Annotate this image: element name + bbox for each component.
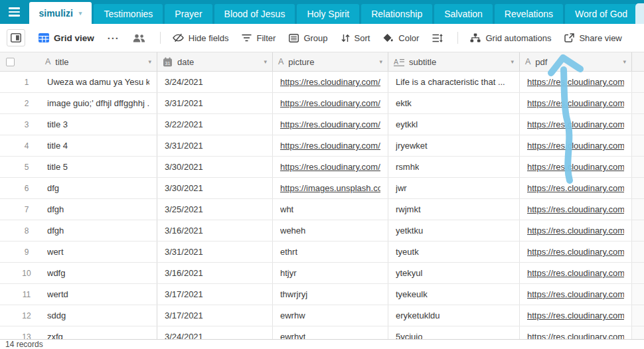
hide-fields-button[interactable]: Hide fields	[167, 31, 234, 46]
grid-automations-button[interactable]: Grid automations	[465, 31, 556, 46]
cell-pdf-text[interactable]: https://res.cloudinary.com/...	[527, 289, 624, 299]
cell-picture[interactable]: https://res.cloudinary.com/...	[273, 157, 388, 177]
cell-pdf-text[interactable]: https://res.cloudinary.com/...	[527, 98, 624, 108]
cell-title[interactable]: Uweza wa damu ya Yesu ka...	[40, 72, 157, 92]
cell-subtitle[interactable]: eytkkl	[388, 114, 520, 135]
cell-pdf[interactable]: https://res.cloudinary.com/...	[520, 157, 632, 177]
cell-picture[interactable]: ewrhyt	[273, 326, 388, 339]
select-all-checkbox[interactable]	[6, 58, 15, 66]
cell-picture-text[interactable]: https://res.cloudinary.com/...	[280, 141, 380, 151]
cell-subtitle[interactable]: tyeutk	[388, 242, 520, 262]
cell-subtitle[interactable]: jryewket	[388, 135, 520, 156]
cell-picture-text[interactable]: ethrt	[280, 247, 297, 257]
cell-picture[interactable]: https://res.cloudinary.com/...	[273, 114, 388, 135]
view-options-button[interactable]: ···	[102, 30, 125, 46]
table-tab[interactable]: simulizi ▾	[29, 2, 92, 24]
cell-pdf-text[interactable]: https://res.cloudinary.com/...	[527, 141, 624, 151]
view-sidebar-toggle-button[interactable]	[7, 29, 25, 46]
column-header-title[interactable]: A title ▾	[40, 52, 157, 71]
table-row[interactable]: 12 sddg 3/17/2021 ewrhw eryketukldu http…	[0, 305, 644, 326]
cell-title[interactable]: title 4	[40, 135, 157, 156]
cell-title[interactable]: wdfg	[40, 263, 157, 283]
cell-picture[interactable]: wht	[273, 199, 388, 220]
cell-title[interactable]: zxfg	[40, 326, 157, 339]
cell-picture[interactable]: htjyr	[273, 263, 388, 283]
table-row[interactable]: 13 zxfg 3/24/2021 ewrhyt 5yciuio https:/…	[0, 326, 644, 339]
column-header-date[interactable]: 31 date ▾	[157, 52, 273, 71]
cell-pdf-text[interactable]: https://res.cloudinary.com/...	[527, 119, 624, 129]
share-view-button[interactable]: Share view	[559, 31, 627, 46]
table-tab[interactable]: Blood of Jesus ▾	[214, 4, 295, 24]
cell-picture-text[interactable]: ewrhw	[280, 311, 305, 320]
table-row[interactable]: 11 wertd 3/17/2021 thwrjryj tyekeulk htt…	[0, 284, 644, 305]
cell-pdf-text[interactable]: https://res.cloudinary.com/...	[527, 268, 624, 278]
cell-pdf[interactable]: https://res.cloudinary.com/...	[520, 263, 632, 283]
table-row[interactable]: 7 dfgh 3/25/2021 wht rwjmkt https://res.…	[0, 199, 644, 220]
cell-subtitle[interactable]: rsmhk	[388, 157, 520, 177]
tab-bar-right-nub[interactable]	[635, 3, 644, 24]
view-name-button[interactable]: Grid view	[33, 31, 100, 46]
cell-pdf-text[interactable]: https://res.cloudinary.com/...	[527, 162, 624, 172]
cell-title[interactable]: dfgh	[40, 220, 157, 241]
cell-pdf-text[interactable]: https://res.cloudinary.com/...	[527, 77, 624, 87]
cell-picture-text[interactable]: thwrjryj	[280, 289, 307, 299]
cell-title[interactable]: dfgh	[40, 199, 157, 220]
cell-picture[interactable]: https://images.unsplash.co...	[273, 178, 388, 198]
table-row[interactable]: 9 wert 3/31/2021 ethrt tyeutk https://re…	[0, 242, 644, 263]
cell-title[interactable]: sddg	[40, 305, 157, 326]
cell-date[interactable]: 3/31/2021	[157, 135, 273, 156]
caret-down-icon[interactable]: ▾	[623, 58, 626, 65]
cell-picture-text[interactable]: weheh	[280, 226, 305, 236]
cell-subtitle[interactable]: ytekyul	[388, 263, 520, 283]
table-row[interactable]: 5 title 5 3/30/2021 https://res.cloudina…	[0, 157, 644, 178]
table-tab[interactable]: Relationship ▾	[361, 4, 432, 24]
table-tab[interactable]: Revelations ▾	[495, 4, 563, 24]
cell-date[interactable]: 3/24/2021	[157, 326, 273, 339]
cell-subtitle[interactable]: Life is a characteristic that ...	[388, 72, 520, 92]
cell-title[interactable]: image guio;' dfhjl dffgghhj ...	[40, 93, 157, 113]
cell-date[interactable]: 3/31/2021	[157, 242, 273, 262]
cell-pdf-text[interactable]: https://res.cloudinary.com/...	[527, 204, 624, 214]
caret-down-icon[interactable]: ▾	[79, 10, 82, 17]
table-row[interactable]: 10 wdfg 3/16/2021 htjyr ytekyul https://…	[0, 263, 644, 284]
cell-pdf-text[interactable]: https://res.cloudinary.com/...	[527, 311, 624, 320]
cell-picture[interactable]: thwrjryj	[273, 284, 388, 305]
cell-date[interactable]: 3/17/2021	[157, 305, 273, 326]
table-row[interactable]: 6 dfg 3/30/2021 https://images.unsplash.…	[0, 178, 644, 199]
cell-picture[interactable]: https://res.cloudinary.com/...	[273, 72, 388, 92]
cell-date[interactable]: 3/16/2021	[157, 263, 273, 283]
color-button[interactable]: Color	[378, 31, 424, 46]
cell-date[interactable]: 3/31/2021	[157, 93, 273, 113]
cell-date[interactable]: 3/17/2021	[157, 284, 273, 305]
table-row[interactable]: 2 image guio;' dfhjl dffgghhj ... 3/31/2…	[0, 93, 644, 114]
cell-date[interactable]: 3/25/2021	[157, 199, 273, 220]
column-header-pdf[interactable]: A pdf ▾	[520, 52, 632, 71]
cell-picture[interactable]: https://res.cloudinary.com/...	[273, 93, 388, 113]
cell-title[interactable]: wertd	[40, 284, 157, 305]
cell-pdf-text[interactable]: https://res.cloudinary.com/...	[527, 183, 624, 193]
cell-picture-text[interactable]: https://res.cloudinary.com/...	[280, 119, 380, 129]
cell-subtitle[interactable]: 5yciuio	[388, 326, 520, 339]
cell-pdf[interactable]: https://res.cloudinary.com/...	[520, 72, 632, 92]
cell-picture[interactable]: weheh	[273, 220, 388, 241]
cell-date[interactable]: 3/30/2021	[157, 157, 273, 177]
menu-button[interactable]	[0, 0, 28, 24]
filter-button[interactable]: Filter	[236, 31, 281, 46]
table-tab[interactable]: Holy Spirit ▾	[297, 4, 359, 24]
caret-down-icon[interactable]: ▾	[379, 58, 382, 65]
cell-picture-text[interactable]: https://images.unsplash.co...	[280, 183, 380, 193]
cell-pdf[interactable]: https://res.cloudinary.com/...	[520, 199, 632, 220]
cell-title[interactable]: dfg	[40, 178, 157, 198]
cell-date[interactable]: 3/30/2021	[157, 178, 273, 198]
table-tab[interactable]: Salvation ▾	[434, 4, 493, 24]
cell-pdf[interactable]: https://res.cloudinary.com/...	[520, 135, 632, 156]
table-tab[interactable]: Testimonies ▾	[94, 4, 163, 24]
cell-subtitle[interactable]: tyekeulk	[388, 284, 520, 305]
cell-date[interactable]: 3/22/2021	[157, 114, 273, 135]
cell-pdf[interactable]: https://res.cloudinary.com/...	[520, 93, 632, 113]
table-row[interactable]: 8 dfgh 3/16/2021 weheh yetktku https://r…	[0, 220, 644, 242]
cell-title[interactable]: title 3	[40, 114, 157, 135]
cell-picture[interactable]: ewrhw	[273, 305, 388, 326]
cell-picture-text[interactable]: wht	[280, 204, 293, 214]
cell-picture-text[interactable]: https://res.cloudinary.com/...	[280, 98, 380, 108]
